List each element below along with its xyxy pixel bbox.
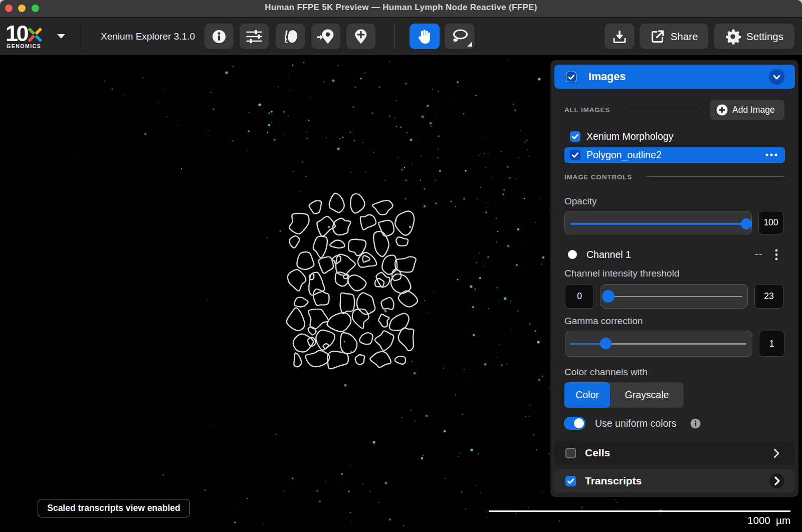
- svg-text:GENOMICS: GENOMICS: [7, 43, 41, 49]
